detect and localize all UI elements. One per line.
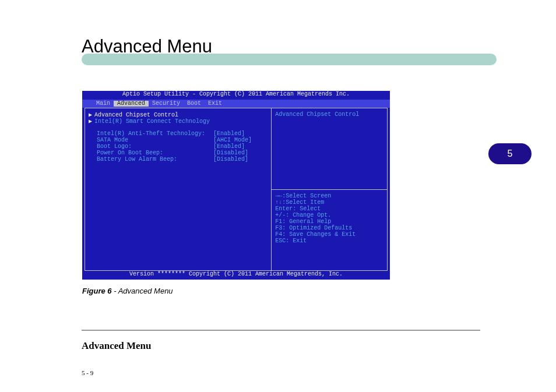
bios-help-keys: →←:Select Screen ↑↓:Select Item Enter: S… [272,190,387,271]
tab-advanced[interactable]: Advanced [114,101,149,107]
setting-value: [Disabled] [213,157,248,163]
footer-page-number: 5 - 9 [82,369,93,376]
figure-caption: Figure 6 - Advanced Menu [82,287,173,295]
bios-body: ▶ Advanced Chipset Control ▶ Intel(R) Sm… [85,108,388,271]
tab-boot[interactable]: Boot [184,101,205,107]
tab-exit[interactable]: Exit [205,101,226,107]
bios-right-pane: Advanced Chipset Control →←:Select Scree… [272,108,387,270]
figure-text: - Advanced Menu [112,287,173,295]
setting-key: Battery Low Alarm Beep: [89,157,213,163]
bios-help-description: Advanced Chipset Control [272,108,387,190]
help-line: ESC: Exit [275,238,383,245]
pointer-icon: ▶ [89,119,94,125]
divider-line [82,330,480,331]
document-page: Advanced Menu 5 Aptio Setup Utility - Co… [0,0,556,392]
figure-label: Figure 6 [82,287,112,295]
submenu-advanced-chipset[interactable]: ▶ Advanced Chipset Control [89,112,269,118]
bios-screenshot: Aptio Setup Utility - Copyright (C) 2011… [82,91,390,278]
help-line: Enter: Select [275,206,383,213]
setting-row[interactable]: Battery Low Alarm Beep: [Disabled] [89,157,269,163]
help-line: ↑↓:Select Item [275,200,383,206]
submenu-label: Intel(R) Smart Connect Technology [94,119,210,125]
chapter-badge: 5 [488,143,532,164]
help-line: →←:Select Screen [275,193,383,200]
help-line: F3: Optimized Defaults [275,225,383,232]
submenu-smart-connect[interactable]: ▶ Intel(R) Smart Connect Technology [89,118,269,125]
banner-bar [82,54,497,65]
submenu-label: Advanced Chipset Control [94,112,178,118]
tab-security[interactable]: Security [149,101,184,107]
bios-header: Aptio Setup Utility - Copyright (C) 2011… [82,91,390,100]
help-line: +/-: Change Opt. [275,213,383,219]
bios-footer: Version ******** Copyright (C) 2011 Amer… [82,271,390,280]
bios-left-pane: ▶ Advanced Chipset Control ▶ Intel(R) Sm… [85,108,272,270]
help-line: F1: General Help [275,219,383,225]
bios-tab-row: Main Advanced Security Boot Exit [82,100,390,108]
help-line: F4: Save Changes & Exit [275,232,383,238]
pointer-icon: ▶ [89,112,94,118]
tab-main[interactable]: Main [93,101,114,107]
footer-section: Advanced Menu [82,340,151,352]
